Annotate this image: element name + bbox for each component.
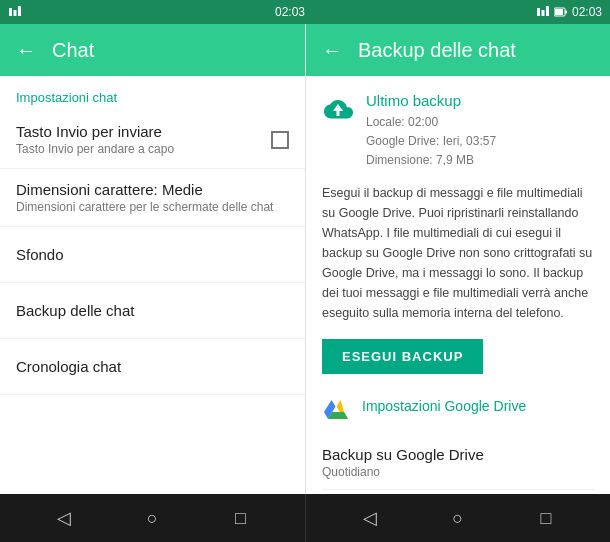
bottom-nav: ◁ ○ □ ◁ ○ □: [0, 494, 610, 542]
right-recents-nav-icon[interactable]: □: [530, 502, 562, 534]
menu-item-dimensioni-title: Dimensioni carattere: Medie: [16, 181, 289, 198]
left-home-nav-icon[interactable]: ○: [136, 502, 168, 534]
gdrive-items: Backup su Google Drive Quotidiano Accoun…: [322, 436, 594, 494]
svg-rect-0: [9, 8, 12, 16]
gdrive-title: Impostazioni Google Drive: [362, 394, 526, 414]
right-content: Ultimo backup Locale: 02:00 Google Drive…: [306, 76, 610, 494]
left-back-button[interactable]: ←: [16, 39, 36, 62]
right-home-nav-icon[interactable]: ○: [442, 502, 474, 534]
left-status-icons: [8, 5, 22, 19]
svg-rect-8: [565, 11, 567, 14]
last-backup-size: Dimensione: 7,9 MB: [366, 151, 496, 170]
svg-rect-2: [18, 6, 21, 16]
right-toolbar-title: Backup delle chat: [358, 39, 516, 62]
last-backup-locale: Locale: 02:00: [366, 113, 496, 132]
cloud-upload-icon: [322, 92, 354, 130]
gdrive-section: Impostazioni Google Drive: [322, 394, 594, 428]
menu-item-tasto-invio-text: Tasto Invio per inviare Tasto Invio per …: [16, 123, 271, 156]
gdrive-item-backup-su-subtitle: Quotidiano: [322, 465, 594, 479]
left-panel: ← Chat Impostazioni chat Tasto Invio per…: [0, 24, 305, 494]
svg-rect-3: [537, 8, 540, 16]
menu-item-tasto-invio-title: Tasto Invio per inviare: [16, 123, 271, 140]
tasto-invio-checkbox[interactable]: [271, 131, 289, 149]
last-backup-section: Ultimo backup Locale: 02:00 Google Drive…: [322, 92, 594, 171]
right-back-button[interactable]: ←: [322, 39, 342, 62]
right-time: 02:03: [572, 5, 602, 19]
backup-description: Esegui il backup di messaggi e file mult…: [322, 183, 594, 323]
menu-item-sfondo-text: Sfondo: [16, 246, 289, 263]
right-back-nav-icon[interactable]: ◁: [354, 502, 386, 534]
status-bar-left: 02:03: [8, 0, 305, 24]
svg-rect-1: [14, 10, 17, 16]
gdrive-item-backup-su[interactable]: Backup su Google Drive Quotidiano: [322, 436, 594, 490]
right-toolbar: ← Backup delle chat: [306, 24, 610, 76]
menu-item-backup-title: Backup delle chat: [16, 302, 289, 319]
status-bar: 02:03 02:03: [0, 0, 610, 24]
execute-backup-button[interactable]: ESEGUI BACKUP: [322, 339, 483, 374]
menu-item-tasto-invio[interactable]: Tasto Invio per inviare Tasto Invio per …: [0, 111, 305, 169]
menu-item-backup-text: Backup delle chat: [16, 302, 289, 319]
left-toolbar-title: Chat: [52, 39, 94, 62]
svg-rect-5: [546, 6, 549, 16]
panels: ← Chat Impostazioni chat Tasto Invio per…: [0, 24, 610, 494]
gdrive-item-backup-su-title: Backup su Google Drive: [322, 446, 594, 463]
last-backup-title: Ultimo backup: [366, 92, 496, 109]
menu-item-sfondo[interactable]: Sfondo: [0, 227, 305, 283]
left-content: Impostazioni chat Tasto Invio per inviar…: [0, 76, 305, 494]
chat-settings-header: Impostazioni chat: [0, 76, 305, 111]
svg-rect-7: [555, 9, 563, 15]
left-nav: ◁ ○ □: [0, 494, 305, 542]
menu-item-sfondo-title: Sfondo: [16, 246, 289, 263]
menu-item-dimensioni[interactable]: Dimensioni carattere: Medie Dimensioni c…: [0, 169, 305, 227]
left-back-nav-icon[interactable]: ◁: [48, 502, 80, 534]
last-backup-gdrive: Google Drive: Ieri, 03:57: [366, 132, 496, 151]
right-panel: ← Backup delle chat Ultimo backup Locale…: [305, 24, 610, 494]
menu-item-dimensioni-text: Dimensioni carattere: Medie Dimensioni c…: [16, 181, 289, 214]
menu-item-cronologia-text: Cronologia chat: [16, 358, 289, 375]
menu-item-cronologia-title: Cronologia chat: [16, 358, 289, 375]
menu-item-tasto-invio-subtitle: Tasto Invio per andare a capo: [16, 142, 271, 156]
last-backup-info: Ultimo backup Locale: 02:00 Google Drive…: [366, 92, 496, 171]
status-bar-right: 02:03: [305, 0, 602, 24]
left-time: 02:03: [275, 5, 305, 19]
menu-item-dimensioni-subtitle: Dimensioni carattere per le schermate de…: [16, 200, 289, 214]
menu-item-backup[interactable]: Backup delle chat: [0, 283, 305, 339]
gdrive-icon: [322, 394, 350, 428]
menu-item-cronologia[interactable]: Cronologia chat: [0, 339, 305, 395]
right-nav: ◁ ○ □: [306, 494, 611, 542]
left-toolbar: ← Chat: [0, 24, 305, 76]
left-recents-nav-icon[interactable]: □: [224, 502, 256, 534]
svg-rect-4: [541, 10, 544, 16]
